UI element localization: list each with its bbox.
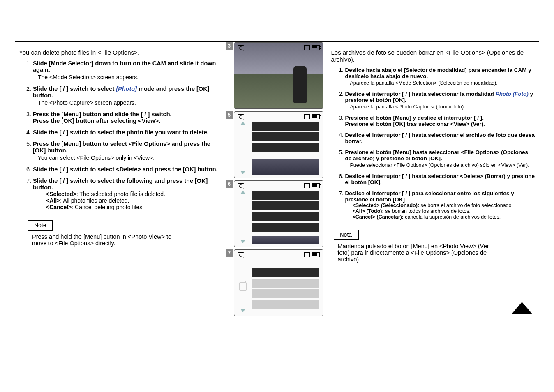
thumb-5-num: 5 [226,111,233,119]
en-step-7: Slide the [ / ] switch to select the fol… [33,178,223,210]
es-step-7-def-0: <Selected> (Seleccionado): se borra el a… [353,203,536,208]
en-step-7-def-1-v: : All photo files are deleted. [60,197,129,204]
es-steps: Deslice hacia abajo el [Selector de moda… [331,67,536,220]
thumb-6-wrap: 6 [234,180,323,247]
es-step-2-sub: Aparece la pantalla <Photo Capture> (Tom… [350,104,536,110]
es-step-7-def-2-v: cancela la supresión de archivos de foto… [404,214,501,220]
es-step-2: Deslice el interruptor [ / ] hasta selec… [345,91,536,110]
thumb-6-topicons [238,183,320,189]
camera-icon [238,45,244,51]
chevron-up-icon [240,122,245,125]
list-item [252,212,319,221]
list-item [252,143,319,152]
thumb-3-num: 3 [226,42,233,50]
english-column: You can delete photo files in <File Opti… [15,42,227,318]
es-step-3: Presione el botón [Menu] y deslice el in… [345,115,536,127]
en-step-1-sub: The <Mode Selection> screen appears. [38,74,223,81]
columns: You can delete photo files in <File Opti… [15,42,539,318]
en-step-2-sub: The <Photo Capture> screen appears. [38,99,223,106]
es-step-7-def-1: <All> (Todo): se borran todos los archiv… [353,208,536,214]
header-bar [15,16,539,42]
camera-icon [238,114,244,120]
es-step-5-sub: Puede seleccionar <File Options> (Opcion… [350,162,536,168]
thumb-3-wrap: 3 [234,42,323,109]
trash-icon [239,282,247,291]
es-step-1-sub: Aparece la pantalla <Mode Selection> (Se… [350,80,536,86]
en-step-7-def-1: <All>: All photo files are deleted. [46,197,223,204]
en-step-7-def-0: <Selected>: The selected photo file is d… [46,191,223,197]
thumb-5-topicons [238,114,320,120]
es-note-label: Nota [334,230,359,240]
es-step-4: Deslice el interruptor [ / ] hasta selec… [345,132,536,144]
en-step-7-def-2-k: <Cancel> [46,204,72,210]
thumb-5-preview [252,159,319,175]
en-step-5-head: Press the [Menu] button to select <File … [33,141,210,154]
en-step-2-head-pre: Slide the [ / ] switch to select [33,85,116,92]
chevron-down-icon [240,240,245,243]
en-step-7-def-0-v: : The selected photo file is deleted. [76,191,165,197]
es-step-1-head: Deslice hacia abajo el [Selector de moda… [345,67,531,79]
thumb-5-wrap: 5 [234,111,323,178]
es-step-3-head: Presione el botón [Menu] y deslice el in… [345,115,485,127]
es-step-7: Deslice el interruptor [ / ] para selecc… [345,190,536,220]
es-step-7-def-0-v: se borra el archivo de foto seleccionado… [419,203,513,208]
thumb-6 [234,180,323,247]
es-step-1: Deslice hacia abajo el [Selector de moda… [345,67,536,86]
es-step-4-head: Deslice el interruptor [ / ] hasta selec… [345,132,535,144]
es-step-7-head: Deslice el interruptor [ / ] para selecc… [345,190,514,203]
thumb-3-person [293,66,307,103]
list-item-selected [252,279,319,288]
sd-icon [304,183,310,188]
es-step-7-def-0-k: <Selected> (Seleccionado): [353,203,420,208]
thumb-7-num: 7 [226,249,233,257]
es-step-7-def-2-k: <Cancel> (Cancelar): [353,214,404,220]
es-step-6: Deslice el interruptor [ / ] hasta selec… [345,173,536,185]
sd-icon [304,114,310,119]
en-step-5-sub: You can select <File Options> only in <V… [38,154,223,161]
thumb-3-topicons [238,45,320,51]
thumb-7-wrap: 7 [234,249,323,316]
en-step-1: Slide [Mode Selector] down to turn on th… [33,60,223,81]
camera-icon [238,252,244,258]
en-steps: Slide [Mode Selector] down to turn on th… [19,60,223,210]
thumb-7-bars [252,268,319,309]
es-intro: Los archivos de foto se pueden borrar en… [331,49,536,63]
es-step-7-def-2: <Cancel> (Cancelar): cancela la supresió… [353,214,536,220]
en-intro: You can delete photo files in <File Opti… [19,49,223,56]
es-step-5-head: Presione el botón [Menu] hasta seleccion… [345,149,529,161]
thumb-5 [234,111,323,178]
sd-icon [304,45,310,50]
en-step-7-def-2-v: : Cancel deleting photo files. [72,204,144,210]
list-item [252,289,319,298]
list-item [252,223,319,232]
thumb-6-num: 6 [226,180,233,188]
en-step-1-head: Slide [Mode Selector] down to turn on th… [33,60,216,73]
thumb-5-bars [252,122,319,152]
es-step-7-def-1-k: <All> (Todo): [353,208,384,214]
en-step-7-def-2: <Cancel>: Cancel deleting photo files. [46,204,223,210]
thumb-6-bars [252,191,319,232]
en-step-4-head: Slide the [ / ] switch to select the pho… [33,129,209,136]
en-step-3-head: Press the [Menu] button and slide the [ … [33,111,172,124]
en-step-2: Slide the [ / ] switch to select [Photo]… [33,85,223,106]
chevron-down-icon [240,171,245,174]
es-step-2-head-pre: Deslice el interruptor [ / ] hasta selec… [345,91,496,97]
es-step-6-head: Deslice el interruptor [ / ] hasta selec… [345,173,535,185]
thumb-3-grass [234,74,323,108]
en-step-6: Slide the [ / ] switch to select <Delete… [33,166,223,173]
thumb-7-topicons [238,252,320,258]
list-item [252,300,319,309]
en-step-3: Press the [Menu] button and slide the [ … [33,111,223,124]
thumb-5-side [238,122,248,174]
page-corner-arrow-icon [511,302,533,314]
en-step-7-def-1-k: <All> [46,197,60,204]
list-item [252,268,319,277]
en-step-4: Slide the [ / ] switch to select the pho… [33,129,223,136]
thumb-7 [234,249,323,316]
es-step-5: Presione el botón [Menu] hasta seleccion… [345,149,536,168]
es-step-7-def-1-v: se borran todos los archivos de fotos. [384,208,471,214]
en-note-label: Note [28,220,53,231]
en-step-5: Press the [Menu] button to select <File … [33,141,223,161]
es-note-text: Mantenga pulsado el botón [Menu] en <Pho… [338,243,494,263]
sd-icon [304,252,310,257]
